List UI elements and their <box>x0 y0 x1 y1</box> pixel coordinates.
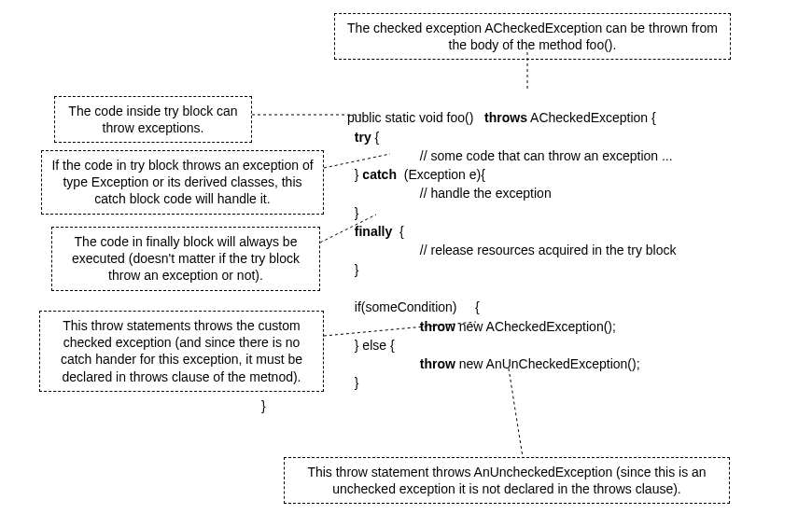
callout-throw-unchecked: This throw statement throws AnUncheckedE… <box>284 457 730 504</box>
code-line14: throw new AnUnCheckedException(); <box>420 356 640 371</box>
callout-catch: If the code in try block throws an excep… <box>41 150 324 215</box>
code-line8: // release resources acquired in the try… <box>420 243 677 257</box>
code-line4: } catch (Exception e){ <box>355 167 485 182</box>
code-line11: if(someCondition) { <box>355 299 480 314</box>
code-line13: } else { <box>355 338 395 353</box>
callout-throw-checked-text: This throw statements throws the custom … <box>61 318 302 384</box>
code-line15: } <box>355 375 359 390</box>
code-line12: throw new ACheckedException(); <box>420 319 616 334</box>
code-line3: // some code that can throw an exception… <box>420 148 673 163</box>
code-line9: } <box>355 262 359 277</box>
code-closing-brace: } <box>261 398 266 413</box>
code-line1: public static void foo() throws AChecked… <box>347 110 656 125</box>
callout-try: The code inside try block can throw exce… <box>54 96 252 143</box>
callout-finally: The code in finally block will always be… <box>51 227 320 291</box>
callout-throw-unchecked-text: This throw statement throws AnUncheckedE… <box>307 465 706 496</box>
code-line6: } <box>355 205 359 220</box>
callout-catch-text: If the code in try block throws an excep… <box>51 158 313 206</box>
code-line7: finally { <box>355 224 404 239</box>
callout-top-text: The checked exception ACheckedException … <box>347 21 718 52</box>
callout-top: The checked exception ACheckedException … <box>334 13 731 60</box>
code-line5: // handle the exception <box>420 186 552 201</box>
code-block: public static void foo() throws AChecked… <box>347 90 677 393</box>
code-line2: try { <box>355 130 379 145</box>
callout-finally-text: The code in finally block will always be… <box>72 234 300 283</box>
callout-try-text: The code inside try block can throw exce… <box>68 104 237 135</box>
callout-throw-checked: This throw statements throws the custom … <box>39 311 324 392</box>
